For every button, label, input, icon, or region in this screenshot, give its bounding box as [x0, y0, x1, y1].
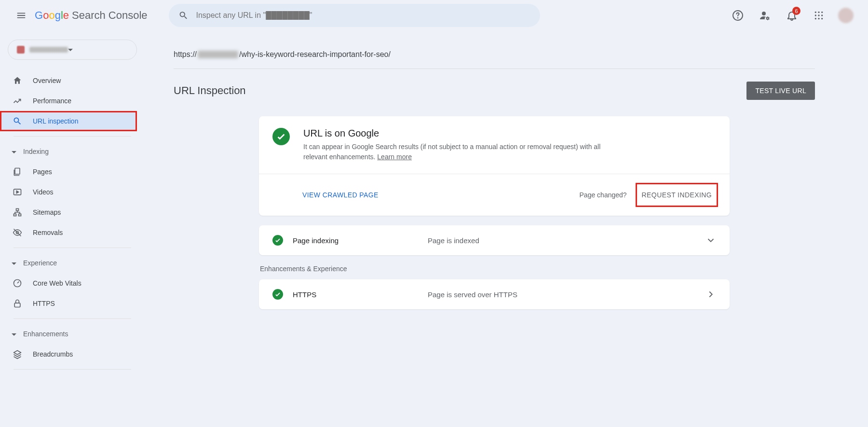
help-button[interactable] — [726, 4, 749, 27]
product-name: Search Console — [72, 9, 148, 22]
sidebar-item-label: Videos — [33, 188, 54, 196]
dropdown-arrow-icon — [68, 49, 73, 51]
video-icon — [13, 187, 22, 197]
home-icon — [13, 76, 22, 85]
menu-icon — [16, 10, 27, 21]
sidebar-section-label: Experience — [23, 259, 57, 267]
collapse-arrow-icon — [12, 151, 16, 153]
property-selector[interactable] — [8, 40, 137, 60]
success-check-icon — [272, 235, 283, 246]
search-icon — [13, 116, 22, 126]
sidebar-item-label: HTTPS — [33, 300, 55, 307]
url-inspect-search-bar[interactable] — [169, 4, 540, 27]
success-check-icon — [272, 128, 290, 145]
sidebar-item-https[interactable]: HTTPS — [0, 293, 137, 314]
sidebar-item-pages[interactable]: Pages — [0, 162, 137, 182]
page-title: URL Inspection — [174, 84, 246, 97]
apps-button[interactable] — [807, 4, 830, 27]
row-label: Page indexing — [293, 236, 418, 245]
sidebar-section-experience[interactable]: Experience — [0, 253, 145, 273]
sidebar-item-label: URL inspection — [33, 117, 78, 125]
sidebar-item-label: Sitemaps — [33, 208, 61, 216]
status-description: It can appear in Google Search results (… — [303, 142, 602, 162]
sidebar-item-videos[interactable]: Videos — [0, 182, 137, 202]
account-avatar[interactable] — [838, 8, 854, 23]
row-value: Page is indexed — [428, 236, 696, 245]
row-label: HTTPS — [293, 290, 418, 299]
svg-point-3 — [818, 12, 819, 13]
sidebar-item-removals[interactable]: Removals — [0, 222, 137, 243]
collapse-arrow-icon — [12, 262, 16, 265]
users-settings-button[interactable] — [753, 4, 776, 27]
svg-rect-15 — [19, 214, 21, 216]
sidebar-item-label: Core Web Vitals — [33, 279, 81, 287]
sidebar-section-enhancements[interactable]: Enhancements — [0, 324, 145, 344]
svg-rect-14 — [14, 214, 16, 216]
sidebar-section-label: Indexing — [23, 148, 49, 155]
sidebar-item-label: Breadcrumbs — [33, 350, 73, 358]
test-live-url-button[interactable]: TEST LIVE URL — [746, 82, 815, 100]
property-favicon — [17, 46, 25, 54]
person-settings-icon — [759, 10, 771, 21]
sitemap-icon — [13, 207, 22, 217]
chevron-down-icon — [705, 235, 716, 246]
pages-icon — [13, 167, 22, 177]
chart-line-icon — [13, 96, 22, 106]
url-suffix: /why-is-keyword-research-important-for-s… — [239, 50, 391, 59]
hamburger-menu-button[interactable] — [10, 4, 33, 27]
sidebar-item-core-web-vitals[interactable]: Core Web Vitals — [0, 273, 137, 293]
notification-badge: 6 — [792, 7, 800, 15]
svg-point-10 — [821, 18, 823, 19]
google-search-console-logo[interactable]: Google Search Console — [35, 9, 148, 22]
layers-icon — [13, 349, 22, 359]
notifications-button[interactable]: 6 — [780, 4, 803, 27]
lock-icon — [13, 299, 22, 308]
svg-point-7 — [821, 14, 823, 16]
svg-rect-11 — [15, 168, 20, 175]
sidebar-item-performance[interactable]: Performance — [0, 91, 137, 111]
success-check-icon — [272, 289, 283, 300]
row-value: Page is served over HTTPS — [428, 290, 696, 299]
collapse-arrow-icon — [12, 333, 16, 336]
sidebar-item-url-inspection[interactable]: URL inspection — [0, 111, 137, 131]
svg-point-4 — [821, 12, 823, 13]
sidebar-item-label: Overview — [33, 77, 61, 84]
learn-more-link[interactable]: Learn more — [377, 153, 412, 161]
svg-point-1 — [738, 18, 738, 18]
sidebar-section-indexing[interactable]: Indexing — [0, 141, 145, 162]
sidebar-item-overview[interactable]: Overview — [0, 70, 137, 91]
page-indexing-row[interactable]: Page indexing Page is indexed — [259, 225, 730, 255]
sidebar-section-label: Enhancements — [23, 330, 68, 338]
search-icon — [178, 10, 189, 21]
sidebar-item-sitemaps[interactable]: Sitemaps — [0, 202, 137, 222]
request-indexing-button[interactable]: REQUEST INDEXING — [636, 183, 718, 207]
svg-point-8 — [815, 18, 816, 19]
url-prefix: https:// — [174, 50, 197, 59]
property-name-redacted — [29, 47, 68, 53]
sidebar-item-label: Performance — [33, 97, 71, 105]
svg-point-6 — [818, 14, 819, 16]
url-domain-redacted — [198, 51, 238, 58]
svg-point-5 — [815, 14, 816, 16]
search-input[interactable] — [196, 11, 530, 20]
inspected-url: https:// /why-is-keyword-research-import… — [174, 41, 815, 69]
eye-off-icon — [13, 228, 22, 237]
apps-grid-icon — [814, 11, 824, 20]
svg-rect-13 — [16, 209, 19, 211]
svg-point-2 — [815, 12, 816, 13]
help-icon — [732, 10, 744, 21]
sidebar-item-label: Removals — [33, 229, 63, 236]
enhancements-section-heading: Enhancements & Experience — [260, 265, 730, 273]
page-changed-label: Page changed? — [580, 191, 627, 199]
svg-point-9 — [818, 18, 819, 19]
svg-rect-18 — [14, 303, 20, 307]
sidebar-item-label: Pages — [33, 168, 52, 176]
chevron-right-icon — [705, 289, 716, 300]
sidebar-item-breadcrumbs[interactable]: Breadcrumbs — [0, 344, 137, 364]
view-crawled-page-button[interactable]: VIEW CRAWLED PAGE — [302, 191, 379, 199]
status-card: URL is on Google It can appear in Google… — [259, 116, 730, 216]
https-row[interactable]: HTTPS Page is served over HTTPS — [259, 279, 730, 309]
speedometer-icon — [13, 278, 22, 288]
status-title: URL is on Google — [303, 128, 602, 139]
